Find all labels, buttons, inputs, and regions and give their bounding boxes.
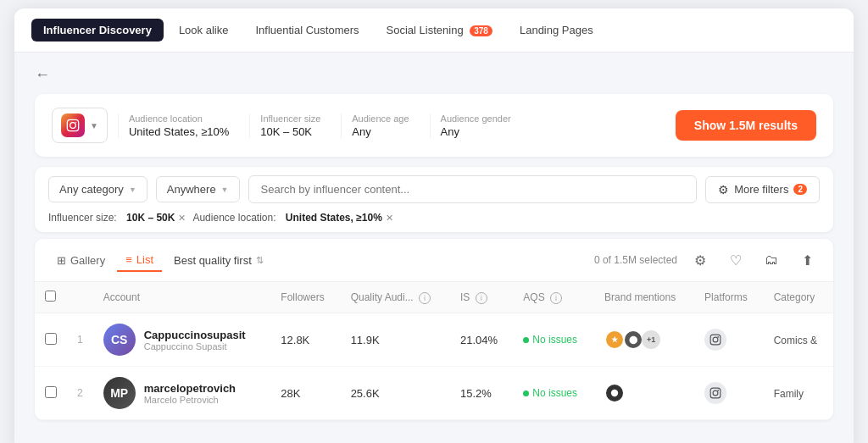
toolbar-right: 0 of 1.5M selected ⚙ ♡ 🗂 ⬆ — [594, 247, 820, 273]
row1-brand-avatar-1: ★ — [604, 329, 625, 350]
aqs-info-icon[interactable]: i — [550, 292, 562, 304]
list-view-label: List — [136, 253, 153, 266]
col-brand-mentions: Brand mentions — [594, 282, 694, 313]
row1-checkbox[interactable] — [45, 333, 57, 345]
table-toolbar: ⊞ Gallery ≡ List Best quality first ⇅ 0 … — [35, 239, 833, 282]
row1-quality-audience: 11.9K — [341, 313, 450, 367]
row1-handle: Cappuccino Supasit — [144, 341, 246, 352]
row1-platforms — [694, 313, 764, 367]
row2-handle: Marcelo Petrovich — [144, 395, 236, 405]
row2-platform-icon — [704, 382, 726, 404]
nav-item-influencer-discovery[interactable]: Influencer Discovery — [31, 19, 164, 42]
gallery-view-button[interactable]: ⊞ Gallery — [48, 250, 114, 271]
active-filter-influencer-size: Influencer size: 10K – 50K ✕ — [48, 212, 186, 224]
row1-checkbox-cell — [35, 313, 67, 367]
row1-avatar: CS — [103, 324, 136, 356]
row2-aqs-value: No issues — [532, 387, 577, 399]
row2-aqs: No issues — [513, 367, 594, 420]
app-container: Influencer Discovery Look alike Influent… — [14, 8, 854, 443]
filter-card: ▼ Audience location United States, ≥10% … — [35, 94, 833, 157]
main-content: ← ▼ Audience location — [14, 53, 854, 443]
platform-chevron-icon: ▼ — [90, 121, 98, 130]
favorites-icon-button[interactable]: ♡ — [723, 247, 748, 273]
active-filters: Influencer size: 10K – 50K ✕ Audience lo… — [48, 212, 820, 224]
nav-item-influential-customers[interactable]: Influential Customers — [243, 19, 370, 42]
content-search-input[interactable] — [248, 175, 698, 203]
svg-rect-0 — [67, 119, 78, 130]
row2-brand-mentions — [594, 367, 694, 420]
row2-username[interactable]: marcelopetrovich — [144, 382, 236, 395]
list-view-button[interactable]: ≡ List — [117, 249, 162, 272]
row1-aqs: No issues — [513, 313, 594, 367]
table-section: ⊞ Gallery ≡ List Best quality first ⇅ 0 … — [35, 239, 833, 420]
nav-item-landing-pages[interactable]: Landing Pages — [508, 19, 605, 42]
row1-platform-icon — [704, 329, 726, 351]
audience-location-filter-value: United States, ≥10% — [286, 212, 382, 224]
is-info-icon[interactable]: i — [476, 292, 487, 304]
remove-audience-location-filter[interactable]: ✕ — [386, 213, 393, 224]
selected-count: 0 of 1.5M selected — [594, 254, 677, 266]
row1-followers: 12.8K — [270, 313, 340, 367]
svg-rect-3 — [710, 335, 721, 345]
row1-account-cell: CS Cappuccinosupasit Cappuccino Supasit — [93, 313, 271, 367]
filter-row-top: ▼ Audience location United States, ≥10% … — [52, 108, 816, 143]
row1-category: Comics & — [764, 313, 833, 367]
export-icon-button[interactable]: ⬆ — [794, 247, 820, 273]
more-filters-badge: 2 — [793, 184, 807, 195]
row1-username[interactable]: Cappuccinosupasit — [144, 329, 246, 341]
remove-influencer-size-filter[interactable]: ✕ — [178, 213, 186, 224]
audience-gender-label: Audience gender — [441, 114, 511, 124]
col-category: Category — [764, 282, 833, 313]
quality-audience-info-icon[interactable]: i — [419, 292, 431, 304]
influencer-table: Account Followers Quality Audi... i IS i… — [35, 282, 833, 420]
location-select[interactable]: Anywhere ▼ — [156, 176, 240, 202]
svg-rect-7 — [710, 388, 721, 398]
settings-icon-button[interactable]: ⚙ — [687, 247, 713, 273]
col-platforms: Platforms — [694, 282, 764, 313]
sort-icon: ⇅ — [256, 255, 264, 266]
back-button[interactable]: ← — [35, 66, 50, 84]
row2-brand-avatar-1 — [604, 383, 625, 403]
folder-icon-button[interactable]: 🗂 — [759, 247, 784, 273]
audience-location-label: Audience location — [129, 114, 229, 124]
sort-button[interactable]: Best quality first ⇅ — [165, 250, 272, 271]
row1-aqs-value: No issues — [532, 334, 577, 346]
table-row: 1 CS Cappuccinosupasit Cappuccino Supasi… — [35, 313, 833, 367]
influencer-size-filter[interactable]: Influencer size 10K – 50K — [249, 114, 331, 138]
col-followers: Followers — [270, 282, 340, 313]
more-filters-button[interactable]: ⚙ More filters 2 — [705, 176, 820, 203]
filter-row-secondary: Any category ▼ Anywhere ▼ ⚙ More filters… — [48, 175, 820, 203]
audience-location-value: United States, ≥10% — [129, 125, 229, 138]
col-is: IS i — [450, 282, 513, 313]
platform-selector[interactable]: ▼ — [52, 108, 108, 143]
col-account: Account — [93, 282, 271, 313]
row2-category: Family — [764, 367, 833, 420]
top-nav: Influencer Discovery Look alike Influent… — [14, 8, 854, 53]
gallery-view-label: Gallery — [70, 254, 105, 267]
row1-category-value: Comics & — [774, 335, 817, 346]
row2-checkbox[interactable] — [45, 386, 57, 398]
row1-brand-mentions: ★ ⬤ +1 — [594, 313, 694, 367]
row1-brand-plus: +1 — [642, 330, 660, 349]
select-all-checkbox[interactable] — [45, 291, 56, 302]
filter-icon: ⚙ — [718, 183, 729, 197]
audience-gender-value: Any — [441, 125, 511, 138]
show-results-button[interactable]: Show 1.5M results — [676, 110, 816, 141]
instagram-icon — [61, 114, 85, 137]
row2-category-value: Family — [774, 388, 804, 400]
row1-brand-avatar-2: ⬤ — [623, 329, 643, 350]
row2-quality-audience: 25.6K — [341, 367, 450, 420]
nav-item-social-listening[interactable]: Social Listening 378 — [375, 19, 504, 42]
row2-status-dot — [523, 390, 529, 396]
svg-point-1 — [70, 123, 76, 129]
row2-avatar: MP — [103, 377, 136, 409]
category-select[interactable]: Any category ▼ — [48, 176, 147, 202]
audience-location-filter[interactable]: Audience location United States, ≥10% — [118, 114, 239, 138]
row1-is: 21.04% — [450, 313, 513, 367]
nav-item-look-alike[interactable]: Look alike — [167, 19, 241, 42]
influencer-size-filter-prefix: Influencer size: — [48, 212, 117, 224]
row2-checkbox-cell — [35, 367, 67, 420]
location-select-label: Anywhere — [167, 183, 216, 196]
audience-age-filter[interactable]: Audience age Any — [341, 114, 419, 138]
audience-gender-filter[interactable]: Audience gender Any — [430, 114, 521, 138]
